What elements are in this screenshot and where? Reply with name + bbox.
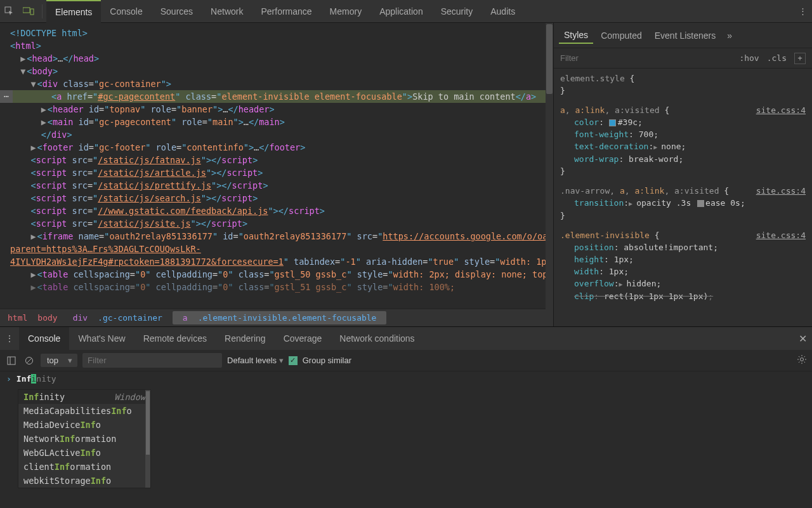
elements-panel: <!DOCTYPE html> <html> ▶<head>…</head> ▼… xyxy=(0,23,553,326)
autocomplete-item[interactable]: WebGLActiveInfo xyxy=(18,446,150,460)
tab-sources[interactable]: Sources xyxy=(152,0,202,23)
console-body[interactable]: ›Infinity InfinityWindow MediaCapabiliti… xyxy=(0,371,812,508)
color-swatch-icon[interactable] xyxy=(609,119,616,126)
breadcrumb-a[interactable]: a.element-invisible.element-focusable xyxy=(173,311,387,324)
drawer: ⋮ Console What's New Remote devices Rend… xyxy=(0,326,812,508)
toggle-hov[interactable]: :hov xyxy=(739,53,759,63)
styles-panel: Styles Computed Event Listeners » :hov .… xyxy=(553,23,812,326)
main-tabs: Elements Console Sources Network Perform… xyxy=(46,0,524,23)
kebab-menu-icon[interactable]: ⋮ xyxy=(793,6,812,16)
styles-filter-input[interactable] xyxy=(560,53,636,63)
drawer-tab-rendering[interactable]: Rendering xyxy=(216,327,275,350)
console-toolbar: top Default levels ✓ Group similar xyxy=(0,350,812,371)
inspect-icon[interactable] xyxy=(0,0,19,23)
autocomplete-item[interactable]: NetworkInformation xyxy=(18,432,150,446)
separator xyxy=(42,4,43,18)
autocomplete-scrollbar[interactable] xyxy=(145,390,150,488)
styles-tab-styles[interactable]: Styles xyxy=(559,27,593,44)
tab-performance[interactable]: Performance xyxy=(252,0,320,23)
svg-rect-2 xyxy=(30,9,34,15)
breadcrumb-html[interactable]: html xyxy=(3,311,32,324)
drawer-tabs: ⋮ Console What's New Remote devices Rend… xyxy=(0,327,812,350)
source-link[interactable]: site.css:4 xyxy=(756,229,806,241)
console-filter-input[interactable] xyxy=(82,353,222,368)
gear-icon[interactable] xyxy=(797,354,807,366)
drawer-tab-remote[interactable]: Remote devices xyxy=(134,327,216,350)
tab-security[interactable]: Security xyxy=(432,0,482,23)
svg-rect-3 xyxy=(8,357,15,364)
autocomplete-item[interactable]: clientInformation xyxy=(18,460,150,474)
tab-network[interactable]: Network xyxy=(202,0,252,23)
css-rules[interactable]: element.style { } site.css:4a, a:link, a… xyxy=(554,69,812,326)
tab-audits[interactable]: Audits xyxy=(481,0,524,23)
group-similar-label: Group similar xyxy=(303,356,351,365)
close-icon[interactable]: ✕ xyxy=(793,333,812,345)
easing-icon[interactable] xyxy=(697,200,704,207)
svg-line-6 xyxy=(27,358,32,363)
autocomplete-item[interactable]: webkitStorageInfo xyxy=(18,474,150,488)
styles-tab-listeners[interactable]: Event Listeners xyxy=(650,28,721,43)
styles-filter-bar: :hov .cls + xyxy=(554,48,812,69)
tab-console[interactable]: Console xyxy=(101,0,151,23)
chevron-right-icon[interactable]: » xyxy=(723,30,736,41)
source-link[interactable]: site.css:4 xyxy=(756,104,806,116)
console-sidebar-icon[interactable] xyxy=(5,354,18,367)
scrollbar-vertical[interactable] xyxy=(546,23,553,326)
log-levels-select[interactable]: Default levels xyxy=(227,356,284,365)
drawer-tab-whatsnew[interactable]: What's New xyxy=(69,327,134,350)
selected-node[interactable]: ⋯ <a href="#gc-pagecontent" class="eleme… xyxy=(0,90,553,103)
gutter-ellipsis-icon[interactable]: ⋯ xyxy=(0,90,13,103)
tab-elements[interactable]: Elements xyxy=(46,0,101,23)
add-rule-icon[interactable]: + xyxy=(794,53,806,64)
autocomplete-popup[interactable]: InfinityWindow MediaCapabilitiesInfo Med… xyxy=(18,389,151,488)
main-toolbar: Elements Console Sources Network Perform… xyxy=(0,0,812,23)
breadcrumb-body[interactable]: body xyxy=(32,311,62,324)
console-prompt[interactable]: ›Infinity xyxy=(6,374,806,384)
drawer-tab-console[interactable]: Console xyxy=(19,327,69,350)
drawer-kebab-icon[interactable]: ⋮ xyxy=(0,333,19,344)
tab-memory[interactable]: Memory xyxy=(321,0,371,23)
breadcrumb[interactable]: html body div.gc-container a.element-inv… xyxy=(0,309,553,326)
autocomplete-item[interactable]: MediaCapabilitiesInfo xyxy=(18,404,150,418)
clear-console-icon[interactable] xyxy=(23,354,36,367)
drawer-tab-coverage[interactable]: Coverage xyxy=(275,327,331,350)
styles-tabs: Styles Computed Event Listeners » xyxy=(554,23,812,48)
device-toggle-icon[interactable] xyxy=(19,0,38,23)
svg-point-7 xyxy=(801,358,804,361)
dom-tree[interactable]: <!DOCTYPE html> <html> ▶<head>…</head> ▼… xyxy=(0,23,553,309)
source-link[interactable]: site.css:4 xyxy=(756,185,806,197)
autocomplete-item[interactable]: InfinityWindow xyxy=(18,390,150,404)
styles-tab-computed[interactable]: Computed xyxy=(596,28,647,43)
breadcrumb-div[interactable]: div.gc-container xyxy=(63,311,173,324)
svg-rect-1 xyxy=(23,8,30,13)
tab-application[interactable]: Application xyxy=(370,0,432,23)
toggle-cls[interactable]: .cls xyxy=(767,53,787,63)
autocomplete-item[interactable]: MediaDeviceInfo xyxy=(18,418,150,432)
drawer-tab-netcond[interactable]: Network conditions xyxy=(331,327,423,350)
group-similar-checkbox[interactable]: ✓ xyxy=(289,356,298,365)
context-select[interactable]: top xyxy=(41,354,77,367)
